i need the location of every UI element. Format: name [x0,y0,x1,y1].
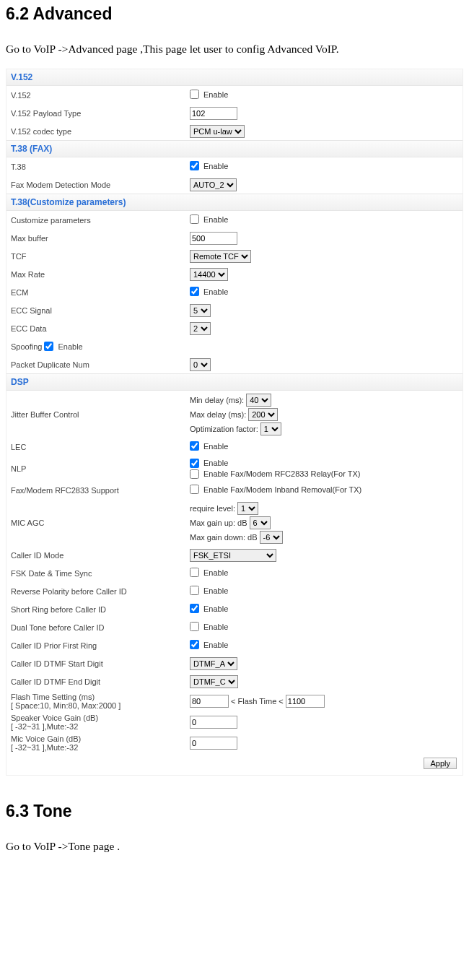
t38c-maxrate-select[interactable]: 14400 [190,268,228,281]
t38c-pdn-label: Packet Duplicate Num [11,360,190,369]
t38c-tcf-label: TCF [11,252,190,261]
dtmf-end-select[interactable]: DTMF_C [190,675,238,688]
config-panel: V.152 V.152 Enable V.152 Payload Type V.… [6,69,463,776]
t38c-eccs-select[interactable]: 5 [190,304,211,317]
fsk-sync-label: FSK Date & Time Sync [11,569,190,578]
fsk-sync-checkbox[interactable] [190,568,199,577]
group-header-v152: V.152 [6,69,463,86]
spk-gain-label: Speaker Voice Gain (dB) [ -32~31 ],Mute:… [11,714,190,731]
t38-detection-label: Fax Modem Detection Mode [11,181,190,189]
t38c-spoof-checkbox[interactable] [44,342,53,351]
apply-button[interactable]: Apply [424,758,457,769]
t38c-pdn-select[interactable]: 0 [190,358,211,371]
mic-gain-input[interactable] [190,737,237,750]
enable-text: Enable [203,90,228,99]
enable-text: Enable [203,162,228,170]
jbc-max-label: Max delay (ms): [190,410,246,419]
t38c-maxrate-label: Max Rate [11,270,190,279]
dsp-agc-label: MIC AGC [11,519,190,527]
dsp-fax-relay-checkbox[interactable] [190,469,199,479]
agc-down-label: Max gain down: dB [190,533,258,542]
jbc-max-select[interactable]: 200 [248,408,278,421]
flash-mid-text: < Flash Time < [231,697,284,706]
t38c-custom-label: Customize parameters [11,216,190,225]
v152-label: V.152 [11,91,190,100]
heading-tone: 6.3 Tone [6,802,463,821]
t38c-tcf-select[interactable]: Remote TCF [190,250,251,263]
group-header-dsp: DSP [6,373,463,391]
t38c-maxbuf-label: Max buffer [11,234,190,243]
shortring-label: Short Ring before Caller ID [11,605,190,614]
jbc-opt-select[interactable]: 1 [260,422,281,435]
shortring-checkbox[interactable] [190,604,199,613]
group-header-t38: T.38 (FAX) [6,140,463,157]
t38c-ecm-label: ECM [11,288,190,297]
dsp-lec-label: LEC [11,443,190,451]
dtmf-start-select[interactable]: DTMF_A [190,657,237,670]
dtmf-end-label: Caller ID DTMF End Digit [11,677,190,686]
fax-inband-label: Enable Fax/Modem Inband Removal(For TX) [203,485,361,494]
t38-enable-checkbox[interactable] [190,161,199,170]
agc-up-label: Max gain up: dB [190,519,247,527]
t38c-ecm-checkbox[interactable] [190,287,199,296]
v152-codec-select[interactable]: PCM u-law [190,125,245,138]
t38c-spoof-label: Spoofing Enable [11,342,190,351]
jbc-min-label: Min delay (ms): [190,396,244,404]
t38c-maxbuf-input[interactable] [190,232,237,245]
v152-codec-label: V.152 codec type [11,127,190,136]
intro-advanced: Go to VoIP ->Advanced page ,This page le… [6,43,463,56]
enable-text: Enable [203,459,228,467]
v152-payload-label: V.152 Payload Type [11,109,190,118]
dtmf-start-label: Caller ID DTMF Start Digit [11,659,190,668]
revpol-label: Reverse Polarity before Caller ID [11,587,190,596]
jbc-min-select[interactable]: 40 [246,394,271,407]
v152-enable-checkbox[interactable] [190,90,199,99]
enable-text: Enable [203,287,228,296]
priorring-label: Caller ID Prior First Ring [11,641,190,650]
enable-text: Enable [58,342,82,351]
dualtone-checkbox[interactable] [190,622,199,631]
cid-mode-select[interactable]: FSK_ETSI [190,549,276,562]
flash-high-input[interactable] [286,695,325,708]
agc-down-select[interactable]: -6 [260,531,283,544]
t38-detection-select[interactable]: AUTO_2 [190,178,237,191]
priorring-checkbox[interactable] [190,640,199,649]
enable-text: Enable [203,568,228,577]
dsp-nlp-label: NLP [11,464,190,473]
t38c-eccs-label: ECC Signal [11,306,190,315]
enable-text: Enable [203,215,228,224]
t38-label: T.38 [11,162,190,171]
dsp-fm2833-label: Fax/Modem RFC2833 Support [11,486,190,495]
fax-relay-label: Enable Fax/Modem RFC2833 Relay(For TX) [203,469,360,478]
mic-gain-label: Mic Voice Gain (dB) [ -32~31 ],Mute:-32 [11,734,190,752]
intro-tone: Go to VoIP ->Tone page . [6,840,463,853]
flash-label: Flash Time Setting (ms) [ Space:10, Min:… [11,693,190,710]
agc-up-select[interactable]: 6 [250,516,271,529]
flash-low-input[interactable] [190,695,229,708]
enable-text: Enable [203,641,228,649]
enable-text: Enable [203,442,228,451]
dsp-lec-checkbox[interactable] [190,441,199,451]
revpol-checkbox[interactable] [190,586,199,595]
t38c-eccd-label: ECC Data [11,324,190,333]
agc-req-select[interactable]: 1 [237,502,258,515]
t38c-custom-checkbox[interactable] [190,214,199,224]
t38c-eccd-select[interactable]: 2 [190,322,211,335]
dsp-jbc-label: Jitter Buffer Control [11,410,190,419]
spk-gain-input[interactable] [190,716,237,729]
dsp-fax-inband-checkbox[interactable] [190,485,199,494]
cid-mode-label: Caller ID Mode [11,551,190,560]
v152-payload-input[interactable] [190,107,237,120]
enable-text: Enable [203,586,228,595]
heading-advanced: 6.2 Advanced [6,4,463,24]
dsp-nlp-checkbox[interactable] [190,459,199,468]
dualtone-label: Dual Tone before Caller ID [11,623,190,632]
enable-text: Enable [203,604,228,613]
jbc-opt-label: Optimization factor: [190,425,258,433]
group-header-t38custom: T.38(Customize parameters) [6,194,463,211]
agc-req-label: require level: [190,504,235,513]
enable-text: Enable [203,623,228,631]
